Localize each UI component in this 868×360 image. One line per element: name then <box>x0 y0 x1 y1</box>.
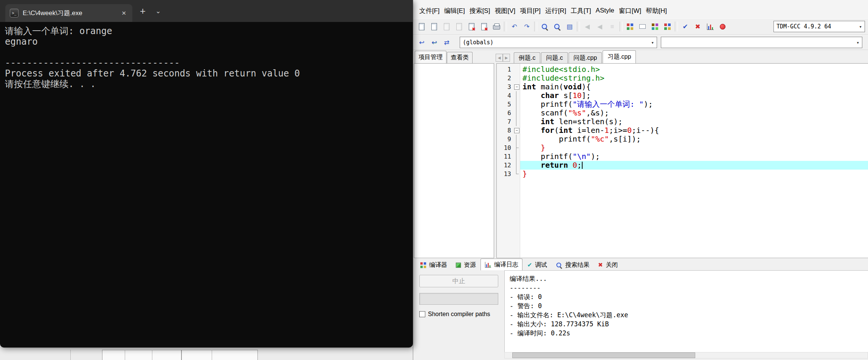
menu-item[interactable]: 文件[F] <box>417 4 442 17</box>
bottom-panel-tab[interactable]: 编译日志 <box>480 259 522 270</box>
terminal-titlebar[interactable]: >_ E:\C\4week\习题.exe ✕ + ⌄ <box>0 0 413 22</box>
print-button[interactable] <box>490 20 503 33</box>
fold-toggle-icon[interactable] <box>513 83 520 91</box>
fold-marker <box>513 109 520 117</box>
code-line[interactable]: } <box>520 143 868 152</box>
goto-declaration-button[interactable]: ↩ <box>415 36 428 48</box>
gutter-line[interactable]: 7 <box>497 117 520 126</box>
code-area[interactable]: #include<stdio.h>#include<string.h>int m… <box>520 64 868 258</box>
find-button[interactable] <box>538 20 551 33</box>
gutter-line[interactable]: 4 <box>497 91 520 100</box>
menu-item[interactable]: 帮助[H] <box>643 4 669 17</box>
gutter-line[interactable]: 10 <box>497 143 520 152</box>
menu-item[interactable]: 项目[P] <box>518 4 543 17</box>
close-file-button[interactable] <box>465 20 478 33</box>
code-line[interactable]: } <box>520 170 868 178</box>
code-line[interactable]: for(int i=len-1;i>=0;i--){ <box>520 126 868 135</box>
code-line[interactable]: #include<stdio.h> <box>520 65 868 74</box>
line-number: 2 <box>497 75 513 82</box>
project-options-button[interactable] <box>661 20 674 33</box>
new-tab-button[interactable]: + <box>140 6 146 16</box>
new-project-button[interactable] <box>624 20 636 33</box>
code-line[interactable]: scanf("%s",&s); <box>520 109 868 117</box>
goto-definition-button[interactable]: ↩ <box>428 36 440 48</box>
nav-toolbar: ↩↩⇄ (globals) ▾ ▾ <box>413 35 868 50</box>
code-line[interactable]: printf("\n"); <box>520 152 868 161</box>
open-file-button[interactable] <box>428 20 440 33</box>
debug-button[interactable] <box>716 20 729 33</box>
profile-button[interactable] <box>704 20 716 33</box>
terminal-output[interactable]: 请输入一个单词: orangeegnaro-------------------… <box>0 22 413 93</box>
bottom-panel-tab[interactable]: ✖关闭 <box>594 260 622 270</box>
shorten-paths-checkbox[interactable] <box>419 311 425 317</box>
bottom-panel-tab[interactable]: ✔调试 <box>523 260 551 270</box>
terminal-tab[interactable]: >_ E:\C\4week\习题.exe ✕ <box>5 4 132 22</box>
rebuild-button[interactable]: ✖ <box>691 20 704 33</box>
compiler-select[interactable]: TDM-GCC 4.9.2 64 ▾ <box>773 21 865 32</box>
menu-item[interactable]: 工具[T] <box>569 4 594 17</box>
code-line[interactable]: printf("请输入一个单词: "); <box>520 100 868 109</box>
editor-tab[interactable]: 问题.cpp <box>569 52 602 63</box>
line-number: 7 <box>497 118 513 125</box>
gutter-line[interactable]: 5 <box>497 100 520 109</box>
find-in-files-button[interactable]: ▤ <box>563 20 576 33</box>
tab-dropdown-icon[interactable]: ⌄ <box>155 7 161 15</box>
panel-tab[interactable]: 项目管理 <box>415 51 446 63</box>
menu-item[interactable]: AStyle <box>594 5 617 17</box>
editor-tab[interactable]: 例题.c <box>514 52 540 63</box>
gutter-line[interactable]: 2 <box>497 74 520 83</box>
bottom-panel-tab[interactable]: 资源 <box>452 260 480 270</box>
close-all-button[interactable] <box>478 20 490 33</box>
bottom-panel-tab[interactable]: 搜索结果 <box>552 260 593 270</box>
gutter-line[interactable]: 11 <box>497 152 520 161</box>
menu-item[interactable]: 搜索[S] <box>467 4 493 17</box>
compile-log-output[interactable]: 编译结果...--------- 错误: 0- 警告: 0- 输出文件名: E:… <box>504 270 868 352</box>
remove-from-project-button[interactable] <box>636 20 649 33</box>
close-tab-icon[interactable]: ✕ <box>120 9 128 17</box>
background-window-fragment <box>102 350 181 360</box>
redo-button[interactable]: ↷ <box>521 20 533 33</box>
gutter-line[interactable]: 9 <box>497 135 520 143</box>
code-segment: int <box>541 117 554 126</box>
new-source-button[interactable] <box>415 20 428 33</box>
tab-scroll-right-button[interactable]: ▶ <box>503 54 510 62</box>
editor-tab[interactable]: 问题.c <box>541 52 567 63</box>
code-line[interactable]: int len=strlen(s); <box>520 117 868 126</box>
main-row: 12345678910111213 #include<stdio.h>#incl… <box>413 63 868 258</box>
members-select[interactable]: ▾ <box>661 37 862 48</box>
replace-button[interactable] <box>551 20 563 33</box>
code-segment: printf( <box>522 100 572 109</box>
code-segment <box>522 117 541 126</box>
fold-toggle-icon[interactable] <box>513 126 520 135</box>
horizontal-scrollbar[interactable] <box>504 352 868 358</box>
undo-button[interactable]: ↶ <box>508 20 521 33</box>
menu-item[interactable]: 运行[R] <box>543 4 569 17</box>
gutter-line[interactable]: 6 <box>497 109 520 117</box>
code-line[interactable]: #include<string.h> <box>520 74 868 83</box>
code-line[interactable]: return 0; <box>520 161 868 170</box>
gutter-line[interactable]: 13 <box>497 170 520 178</box>
compile-button[interactable]: ✔ <box>679 20 691 33</box>
menu-item[interactable]: 视图[V] <box>492 4 518 17</box>
gutter-line[interactable]: 1 <box>497 65 520 74</box>
menu-item[interactable]: 窗口[W] <box>617 4 644 17</box>
menu-item[interactable]: 编辑[E] <box>442 4 467 17</box>
code-line[interactable]: char s[10]; <box>520 91 868 100</box>
gutter-line[interactable]: 8 <box>497 126 520 135</box>
abort-button[interactable]: 中止 <box>419 275 498 287</box>
project-browser-panel[interactable] <box>414 63 494 258</box>
tab-scroll-left-button[interactable]: ◀ <box>496 54 503 62</box>
bottom-panel-tab[interactable]: 编译器 <box>416 260 451 270</box>
editor-gutter[interactable]: 12345678910111213 <box>497 64 520 258</box>
code-line[interactable]: printf("%c",s[i]); <box>520 135 868 143</box>
scrollbar-thumb[interactable] <box>512 352 695 358</box>
globals-select[interactable]: (globals) ▾ <box>460 37 657 48</box>
gutter-line[interactable]: 3 <box>497 83 520 91</box>
editor-tab[interactable]: 习题.cpp <box>603 50 636 63</box>
swap-header-source-button[interactable]: ⇄ <box>440 36 453 48</box>
add-to-project-button[interactable] <box>649 20 661 33</box>
gutter-line[interactable]: 12 <box>497 161 520 170</box>
line-number: 4 <box>497 92 513 99</box>
panel-tab[interactable]: 查看类 <box>447 52 473 63</box>
code-line[interactable]: int main(void){ <box>520 83 868 91</box>
